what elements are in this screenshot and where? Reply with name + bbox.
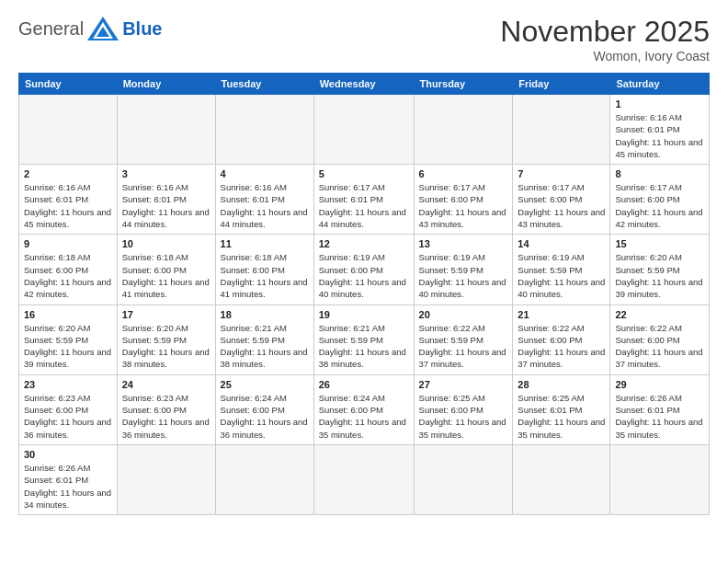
day-info: Sunrise: 6:26 AMSunset: 6:01 PMDaylight:… (615, 392, 704, 441)
day-number: 29 (615, 379, 704, 390)
day-number: 1 (615, 98, 704, 109)
day-info: Sunrise: 6:24 AMSunset: 6:00 PMDaylight:… (221, 392, 309, 441)
calendar-cell: 2Sunrise: 6:16 AMSunset: 6:01 PMDaylight… (19, 165, 118, 235)
day-number: 5 (319, 168, 409, 179)
day-info: Sunrise: 6:17 AMSunset: 6:01 PMDaylight:… (319, 181, 409, 230)
calendar-week-row: 1Sunrise: 6:16 AMSunset: 6:01 PMDaylight… (19, 95, 710, 165)
calendar-cell: 19Sunrise: 6:21 AMSunset: 5:59 PMDayligh… (313, 304, 414, 374)
day-number: 4 (221, 168, 309, 179)
day-number: 25 (221, 379, 309, 390)
calendar-week-row: 23Sunrise: 6:23 AMSunset: 6:00 PMDayligh… (19, 374, 710, 444)
day-info: Sunrise: 6:22 AMSunset: 6:00 PMDaylight:… (615, 322, 704, 371)
day-info: Sunrise: 6:17 AMSunset: 6:00 PMDaylight:… (615, 181, 704, 230)
calendar-cell: 21Sunrise: 6:22 AMSunset: 6:00 PMDayligh… (513, 304, 610, 374)
calendar-cell: 11Sunrise: 6:18 AMSunset: 6:00 PMDayligh… (215, 235, 313, 304)
day-number: 14 (518, 238, 605, 249)
calendar-cell: 9Sunrise: 6:18 AMSunset: 6:00 PMDaylight… (19, 235, 118, 304)
day-info: Sunrise: 6:19 AMSunset: 5:59 PMDaylight:… (518, 251, 605, 300)
calendar-cell: 13Sunrise: 6:19 AMSunset: 5:59 PMDayligh… (414, 235, 513, 304)
day-info: Sunrise: 6:16 AMSunset: 6:01 PMDaylight:… (122, 181, 210, 230)
weekday-header-tuesday: Tuesday (215, 74, 313, 95)
calendar-cell: 23Sunrise: 6:23 AMSunset: 6:00 PMDayligh… (19, 374, 118, 444)
calendar-cell (313, 444, 414, 514)
day-info: Sunrise: 6:25 AMSunset: 6:01 PMDaylight:… (518, 392, 605, 441)
day-number: 18 (221, 309, 309, 320)
calendar-cell (513, 95, 610, 165)
logo-general-text: General (18, 18, 84, 40)
calendar-cell (117, 95, 215, 165)
calendar-cell: 5Sunrise: 6:17 AMSunset: 6:01 PMDaylight… (313, 165, 414, 235)
calendar-cell: 7Sunrise: 6:17 AMSunset: 6:00 PMDaylight… (513, 165, 610, 235)
day-number: 19 (319, 309, 409, 320)
day-number: 9 (24, 238, 112, 249)
calendar-cell: 16Sunrise: 6:20 AMSunset: 5:59 PMDayligh… (19, 304, 118, 374)
day-info: Sunrise: 6:25 AMSunset: 6:00 PMDaylight:… (419, 392, 508, 441)
day-number: 24 (122, 379, 210, 390)
calendar-table: SundayMondayTuesdayWednesdayThursdayFrid… (18, 73, 710, 515)
calendar-cell: 10Sunrise: 6:18 AMSunset: 6:00 PMDayligh… (117, 235, 215, 304)
calendar-cell: 1Sunrise: 6:16 AMSunset: 6:01 PMDaylight… (610, 95, 710, 165)
location-title: Womon, Ivory Coast (500, 49, 710, 63)
calendar-cell: 25Sunrise: 6:24 AMSunset: 6:00 PMDayligh… (215, 374, 313, 444)
day-number: 3 (122, 168, 210, 179)
calendar-cell: 14Sunrise: 6:19 AMSunset: 5:59 PMDayligh… (513, 235, 610, 304)
day-info: Sunrise: 6:16 AMSunset: 6:01 PMDaylight:… (221, 181, 309, 230)
calendar-cell: 8Sunrise: 6:17 AMSunset: 6:00 PMDaylight… (610, 165, 710, 235)
calendar-cell (19, 95, 118, 165)
day-number: 30 (24, 449, 112, 460)
calendar-cell (313, 95, 414, 165)
day-number: 26 (319, 379, 409, 390)
day-info: Sunrise: 6:22 AMSunset: 6:00 PMDaylight:… (518, 322, 605, 371)
calendar-cell: 24Sunrise: 6:23 AMSunset: 6:00 PMDayligh… (117, 374, 215, 444)
day-info: Sunrise: 6:22 AMSunset: 5:59 PMDaylight:… (419, 322, 508, 371)
logo: General Blue (18, 15, 163, 42)
calendar-cell (414, 444, 513, 514)
day-number: 12 (319, 238, 409, 249)
day-number: 27 (419, 379, 508, 390)
calendar-cell: 29Sunrise: 6:26 AMSunset: 6:01 PMDayligh… (610, 374, 710, 444)
day-number: 23 (24, 379, 112, 390)
day-number: 22 (615, 309, 704, 320)
day-info: Sunrise: 6:20 AMSunset: 5:59 PMDaylight:… (122, 322, 210, 371)
title-area: November 2025 Womon, Ivory Coast (500, 15, 710, 63)
day-info: Sunrise: 6:18 AMSunset: 6:00 PMDaylight:… (221, 251, 309, 300)
day-number: 15 (615, 238, 704, 249)
day-number: 2 (24, 168, 112, 179)
day-info: Sunrise: 6:24 AMSunset: 6:00 PMDaylight:… (319, 392, 409, 441)
weekday-header-friday: Friday (513, 74, 610, 95)
day-info: Sunrise: 6:21 AMSunset: 5:59 PMDaylight:… (319, 322, 409, 371)
calendar-cell: 28Sunrise: 6:25 AMSunset: 6:01 PMDayligh… (513, 374, 610, 444)
calendar-cell: 3Sunrise: 6:16 AMSunset: 6:01 PMDaylight… (117, 165, 215, 235)
weekday-header-thursday: Thursday (414, 74, 513, 95)
day-info: Sunrise: 6:18 AMSunset: 6:00 PMDaylight:… (24, 251, 112, 300)
day-number: 10 (122, 238, 210, 249)
calendar-cell: 22Sunrise: 6:22 AMSunset: 6:00 PMDayligh… (610, 304, 710, 374)
day-info: Sunrise: 6:16 AMSunset: 6:01 PMDaylight:… (615, 111, 704, 160)
calendar-cell: 30Sunrise: 6:26 AMSunset: 6:01 PMDayligh… (19, 444, 118, 514)
day-info: Sunrise: 6:18 AMSunset: 6:00 PMDaylight:… (122, 251, 210, 300)
day-number: 16 (24, 309, 112, 320)
day-info: Sunrise: 6:17 AMSunset: 6:00 PMDaylight:… (419, 181, 508, 230)
logo-blue-text: Blue (122, 18, 162, 40)
day-number: 6 (419, 168, 508, 179)
logo-icon (85, 15, 120, 42)
day-number: 20 (419, 309, 508, 320)
day-info: Sunrise: 6:23 AMSunset: 6:00 PMDaylight:… (24, 392, 112, 441)
day-number: 7 (518, 168, 605, 179)
day-info: Sunrise: 6:20 AMSunset: 5:59 PMDaylight:… (24, 322, 112, 371)
calendar-cell: 17Sunrise: 6:20 AMSunset: 5:59 PMDayligh… (117, 304, 215, 374)
calendar-cell: 15Sunrise: 6:20 AMSunset: 5:59 PMDayligh… (610, 235, 710, 304)
day-info: Sunrise: 6:21 AMSunset: 5:59 PMDaylight:… (221, 322, 309, 371)
day-number: 8 (615, 168, 704, 179)
weekday-header-saturday: Saturday (610, 74, 710, 95)
calendar-cell (117, 444, 215, 514)
day-info: Sunrise: 6:19 AMSunset: 6:00 PMDaylight:… (319, 251, 409, 300)
calendar-cell: 20Sunrise: 6:22 AMSunset: 5:59 PMDayligh… (414, 304, 513, 374)
month-title: November 2025 (500, 15, 710, 49)
calendar-cell: 12Sunrise: 6:19 AMSunset: 6:00 PMDayligh… (313, 235, 414, 304)
calendar-cell: 6Sunrise: 6:17 AMSunset: 6:00 PMDaylight… (414, 165, 513, 235)
weekday-header-sunday: Sunday (19, 74, 118, 95)
calendar-cell: 4Sunrise: 6:16 AMSunset: 6:01 PMDaylight… (215, 165, 313, 235)
day-info: Sunrise: 6:16 AMSunset: 6:01 PMDaylight:… (24, 181, 112, 230)
day-number: 11 (221, 238, 309, 249)
